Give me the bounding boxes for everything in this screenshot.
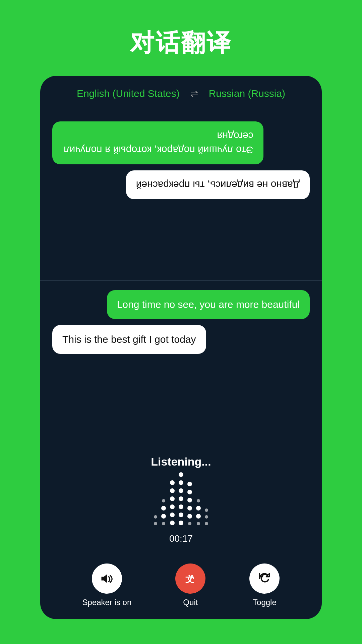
waveform-dot — [170, 504, 175, 509]
source-language[interactable]: English (United States) — [77, 88, 180, 99]
russian-bubble-1: Давно не виделись, ты прекрасней — [126, 170, 310, 199]
quit-button[interactable]: 文 A — [175, 564, 205, 594]
toggle-control: Toggle — [249, 564, 280, 607]
waveform-dot — [196, 514, 201, 519]
waveform-col-4 — [179, 472, 183, 525]
toggle-button[interactable] — [249, 564, 280, 594]
target-language[interactable]: Russian (Russia) — [209, 88, 285, 99]
page-title: 对话翻译 — [130, 27, 232, 59]
waveform — [154, 478, 208, 525]
waveform-dot — [187, 514, 192, 519]
waveform-col-3 — [170, 480, 175, 525]
waveform-dot — [162, 522, 165, 525]
speaker-control: Speaker is on — [82, 564, 132, 607]
speaker-icon — [100, 571, 114, 586]
waveform-dot — [205, 515, 208, 519]
svg-text:A: A — [190, 574, 194, 581]
waveform-col-5 — [187, 482, 192, 525]
chat-top-area: Давно не виделись, ты прекрасней Это луч… — [40, 109, 322, 280]
waveform-dot — [154, 522, 157, 525]
waveform-col-7 — [205, 508, 208, 525]
waveform-dot — [170, 480, 175, 485]
russian-bubble-2: Это лучший подарок, который я получил се… — [52, 121, 263, 164]
speaker-label: Speaker is on — [82, 598, 132, 607]
waveform-dot — [179, 496, 183, 501]
waveform-dot — [179, 504, 183, 509]
waveform-dot — [179, 513, 183, 517]
waveform-dot — [179, 480, 183, 485]
english-bubble-2: This is the best gift I got today — [52, 325, 206, 354]
translate-icon: 文 A — [183, 571, 198, 586]
waveform-dot — [179, 488, 183, 493]
waveform-dot — [197, 522, 200, 525]
language-row: English (United States) ⇌ Russian (Russi… — [40, 76, 322, 109]
waveform-dot — [188, 522, 191, 525]
waveform-dot — [162, 499, 165, 502]
waveform-dot — [197, 499, 200, 502]
quit-control: 文 A Quit — [175, 564, 205, 607]
waveform-dot — [161, 506, 166, 511]
waveform-col-2 — [161, 499, 166, 525]
waveform-dot — [161, 514, 166, 519]
timer-display: 00:17 — [169, 533, 193, 544]
toggle-label: Toggle — [253, 598, 277, 607]
english-bubble-1: Long time no see, you are more beautiful — [107, 290, 310, 319]
listening-area: Listening... — [40, 452, 322, 560]
waveform-col-1 — [154, 515, 157, 525]
chat-bottom-area: Long time no see, you are more beautiful… — [40, 281, 322, 452]
waveform-dot — [154, 515, 157, 519]
speaker-button[interactable] — [92, 564, 122, 594]
waveform-dot — [205, 508, 208, 512]
waveform-dot — [187, 490, 192, 494]
waveform-dot — [187, 498, 192, 502]
waveform-dot — [179, 472, 183, 477]
waveform-dot — [170, 513, 175, 517]
waveform-dot — [170, 521, 175, 525]
main-card: English (United States) ⇌ Russian (Russi… — [40, 76, 322, 619]
swap-languages-icon[interactable]: ⇌ — [190, 88, 198, 99]
waveform-dot — [196, 506, 201, 511]
svg-marker-0 — [101, 574, 107, 583]
waveform-dot — [187, 482, 192, 486]
waveform-dot — [179, 521, 183, 525]
controls-row: Speaker is on 文 A Quit Toggle — [40, 560, 322, 619]
waveform-dot — [170, 496, 175, 501]
waveform-dot — [170, 488, 175, 493]
waveform-col-6 — [196, 499, 201, 525]
waveform-dot — [187, 506, 192, 511]
quit-label: Quit — [183, 598, 198, 607]
refresh-icon — [257, 571, 272, 586]
waveform-dot — [205, 522, 208, 525]
listening-status: Listening... — [151, 455, 211, 468]
